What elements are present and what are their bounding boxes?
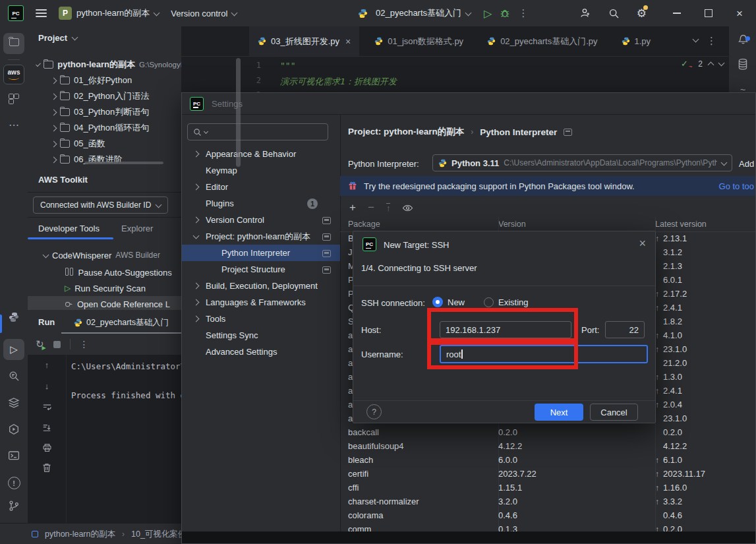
settings-tree-item[interactable]: Advanced Settings — [182, 344, 340, 360]
down-stack-icon[interactable]: ↓ — [28, 381, 66, 391]
next-button[interactable]: Next — [535, 404, 583, 421]
project-folder-row[interactable]: 05_函数 — [28, 136, 181, 152]
radio-existing[interactable]: Existing — [484, 297, 529, 307]
project-folder-row[interactable]: 01_你好Python — [28, 73, 181, 88]
python-packages-tool-icon[interactable] — [0, 312, 28, 322]
settings-search-input[interactable] — [187, 123, 328, 140]
run-security-scan-row[interactable]: ▷ Run Security Scan — [28, 280, 181, 296]
codewhisperer-row[interactable]: CodeWhisperer AWS Builder — [28, 247, 181, 263]
run-button[interactable]: ▷ — [484, 7, 492, 20]
package-row[interactable]: charset-normalizer3.2.0↑3.3.2 — [340, 495, 755, 508]
settings-tree-item[interactable]: Keymap — [182, 162, 340, 179]
clear-trash-icon[interactable] — [28, 463, 66, 473]
package-row[interactable]: beautifulsoup44.12.2↑4.12.2 — [340, 439, 755, 453]
port-input[interactable]: 22 — [605, 321, 645, 338]
status-breadcrumb-project[interactable]: python-learn的副本 — [45, 529, 115, 540]
project-folder-row[interactable]: 06_函数进阶 — [28, 152, 181, 167]
more-tools-icon[interactable]: ⋯ — [0, 119, 28, 131]
upgrade-package-icon[interactable]: ↑ — [386, 203, 391, 212]
minimize-button[interactable] — [673, 13, 681, 14]
project-folder-row[interactable]: 03_Python判断语句 — [28, 104, 181, 120]
code-line[interactable]: """ — [280, 61, 295, 71]
settings-tree-item-python-interpreter[interactable]: Python Interpreter — [182, 245, 340, 261]
package-row[interactable]: colorama0.4.6↑0.4.6 — [340, 508, 755, 522]
terminal-tool-icon[interactable] — [0, 450, 28, 462]
pause-suggestions-row[interactable]: Pause Auto-Suggestions — [28, 264, 181, 280]
settings-tree-item[interactable]: Settings Sync — [182, 327, 340, 344]
inspections-widget[interactable]: ✓~ 2 — [681, 57, 724, 70]
project-folder-row[interactable]: 04_Python循环语句 — [28, 120, 181, 136]
close-button[interactable]: × — [736, 8, 743, 19]
vcs-widget[interactable]: Version control — [171, 9, 237, 18]
settings-tree-item[interactable]: Editor — [182, 179, 340, 195]
settings-tree-item[interactable]: Project Structure — [182, 261, 340, 278]
code-line[interactable]: 演示可视化需求1：折线图开发 — [280, 76, 397, 88]
chevron-up-icon[interactable] — [707, 61, 714, 68]
problems-tool-icon[interactable]: ! — [0, 477, 28, 489]
settings-tree-item[interactable]: Version Control — [182, 212, 340, 228]
project-panel-title[interactable]: Project — [38, 33, 67, 43]
help-button[interactable]: ? — [366, 404, 382, 419]
soft-wrap-icon[interactable] — [28, 402, 66, 412]
remove-package-icon[interactable]: − — [368, 201, 374, 214]
tab-developer-tools[interactable]: Developer Tools — [38, 224, 100, 233]
run-tool-icon[interactable]: ▷ — [0, 344, 28, 355]
git-tool-icon[interactable] — [0, 500, 28, 512]
tab-explorer[interactable]: Explorer — [121, 224, 153, 233]
horizontal-scrollbar[interactable] — [84, 162, 163, 164]
stop-icon[interactable] — [53, 341, 61, 348]
find-tool-icon[interactable] — [0, 371, 28, 382]
add-interpreter-link[interactable]: Add — [739, 159, 754, 169]
main-menu-icon[interactable] — [36, 7, 47, 18]
interpreter-status-icon[interactable] — [32, 531, 38, 537]
run-tab[interactable]: 02_pyecharts基础入门 — [74, 314, 181, 331]
close-dialog-icon[interactable]: × — [639, 237, 646, 251]
settings-tree-item[interactable]: Languages & Frameworks — [182, 294, 340, 311]
chevron-down-icon[interactable] — [718, 60, 724, 67]
aws-toolkit-icon[interactable]: aws — [0, 65, 28, 84]
aws-connection-dropdown[interactable]: Connected with AWS Builder ID — [33, 196, 168, 214]
show-early-releases-eye-icon[interactable] — [402, 203, 413, 213]
database-tool-icon[interactable] — [729, 58, 756, 71]
package-row[interactable]: backcall0.2.0↑0.2.0 — [340, 425, 755, 439]
notifications-bell-icon[interactable] — [729, 32, 756, 45]
interpreter-dropdown[interactable]: Python 3.11 C:\Users\Administrator\AppDa… — [432, 154, 732, 171]
services-layers-icon[interactable] — [0, 397, 28, 409]
settings-tree-item[interactable]: Appearance & Behavior — [182, 146, 340, 162]
project-root-row[interactable]: python-learn的副本 G:\SynologyDrive\练习 — [28, 57, 181, 73]
package-row[interactable]: cffi1.15.1↑1.16.0 — [340, 481, 755, 495]
editor-tab[interactable]: 01_json数据格式.py — [366, 26, 472, 56]
project-tool-icon[interactable] — [0, 38, 28, 46]
tabs-more-icon[interactable]: ⋮ — [707, 35, 716, 47]
status-breadcrumb-folder[interactable]: 10_可视化案例 — [131, 529, 186, 540]
tabs-dropdown-icon[interactable] — [693, 38, 698, 42]
maximize-button[interactable] — [705, 9, 712, 17]
banner-link[interactable]: Go to too — [719, 181, 754, 191]
project-selector[interactable]: P python-learn的副本 — [59, 7, 159, 20]
debug-button[interactable] — [500, 8, 510, 18]
run-configuration-selector[interactable]: 02_pyecharts基础入门 — [376, 7, 471, 19]
settings-gear-icon[interactable]: ⚙ — [637, 7, 647, 20]
radio-new[interactable]: New — [432, 297, 465, 307]
close-tab-icon[interactable]: × — [345, 36, 351, 47]
package-row[interactable]: bleach6.0.0↑6.1.0 — [340, 453, 755, 467]
search-icon[interactable] — [608, 8, 620, 19]
profiler-tool-icon[interactable] — [0, 423, 28, 435]
editor-tab[interactable]: 02_pyecharts基础入门.py — [479, 26, 606, 56]
scroll-to-end-icon[interactable] — [28, 423, 66, 433]
package-row[interactable]: certifi2023.7.22↑2023.11.17 — [340, 467, 755, 481]
settings-tree-item[interactable]: Tools — [182, 311, 340, 327]
settings-tree-item[interactable]: Build, Execution, Deployment — [182, 278, 340, 294]
print-icon[interactable] — [28, 443, 66, 453]
more-actions-icon[interactable]: ⋮ — [518, 7, 528, 19]
settings-tree-item[interactable]: Project: python-learn的副本 — [182, 228, 340, 245]
editor-tab[interactable]: 03_折线图开发.py× — [249, 26, 359, 56]
rerun-icon[interactable]: ↻▶ — [36, 338, 44, 350]
more-options-icon[interactable]: ⋮ — [80, 339, 89, 349]
cancel-button[interactable]: Cancel — [590, 404, 638, 421]
add-package-icon[interactable]: + — [349, 201, 356, 214]
vertical-scrollbar[interactable] — [236, 58, 241, 167]
up-stack-icon[interactable]: ↑ — [28, 360, 66, 370]
editor-tab[interactable]: 1.py — [613, 26, 660, 56]
open-code-reference-row[interactable]: Open Code Reference L — [28, 296, 181, 311]
